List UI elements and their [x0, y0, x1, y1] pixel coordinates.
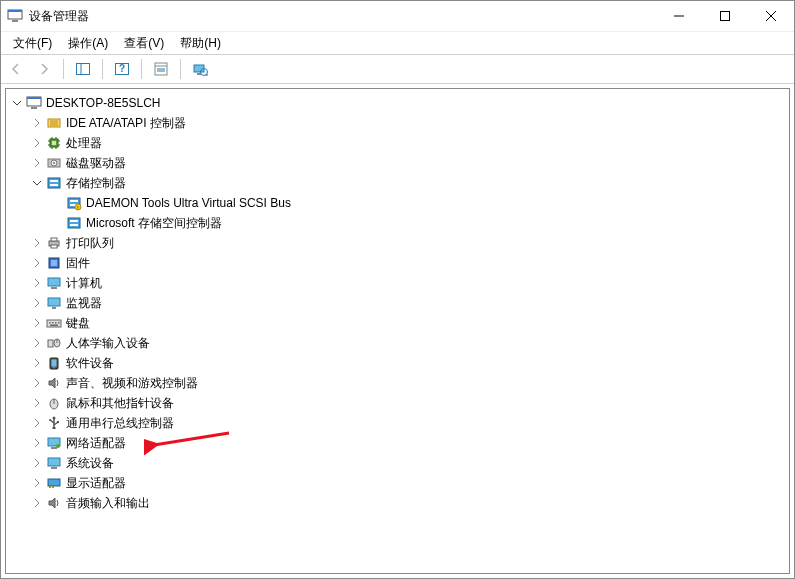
tree-item-ms-storage-spaces[interactable]: Microsoft 存储空间控制器: [50, 213, 789, 233]
toolbar-separator: [63, 59, 64, 79]
maximize-button[interactable]: [702, 1, 748, 31]
node-label: 监视器: [66, 295, 102, 312]
tree-item-daemon-tools[interactable]: ! DAEMON Tools Ultra Virtual SCSI Bus: [50, 193, 789, 213]
menu-view[interactable]: 查看(V): [116, 33, 172, 54]
close-button[interactable]: [748, 1, 794, 31]
svg-rect-1: [8, 10, 22, 12]
cpu-icon: [46, 135, 62, 151]
software-device-icon: [46, 355, 62, 371]
expand-icon[interactable]: [30, 396, 44, 410]
tree-item-disk[interactable]: 磁盘驱动器: [30, 153, 789, 173]
storage-device-icon: !: [66, 195, 82, 211]
svg-rect-79: [51, 447, 57, 449]
expand-icon[interactable]: [30, 156, 44, 170]
expand-icon[interactable]: [30, 116, 44, 130]
tree-item-keyboard[interactable]: 键盘: [30, 313, 789, 333]
tree-item-software-devices[interactable]: 软件设备: [30, 353, 789, 373]
svg-rect-83: [48, 479, 60, 486]
expand-icon[interactable]: [30, 356, 44, 370]
computer-icon: [26, 95, 42, 111]
svg-rect-62: [55, 322, 57, 324]
ide-icon: [46, 115, 62, 131]
expand-icon[interactable]: [30, 316, 44, 330]
tree-item-print-queue[interactable]: 打印队列: [30, 233, 789, 253]
menu-file[interactable]: 文件(F): [5, 33, 60, 54]
svg-rect-65: [48, 340, 53, 347]
disk-icon: [46, 155, 62, 171]
tree-item-ide[interactable]: IDE ATA/ATAPI 控制器: [30, 113, 789, 133]
expand-icon[interactable]: [30, 476, 44, 490]
svg-rect-2: [12, 20, 18, 22]
app-icon: [7, 8, 23, 24]
expand-icon[interactable]: [30, 136, 44, 150]
tree-item-storage[interactable]: 存储控制器: [30, 173, 789, 193]
svg-point-38: [53, 162, 55, 164]
hid-icon: [46, 335, 62, 351]
tree-item-mouse[interactable]: 鼠标和其他指针设备: [30, 393, 789, 413]
menu-action[interactable]: 操作(A): [60, 33, 116, 54]
node-label: 网络适配器: [66, 435, 126, 452]
toolbar-separator: [180, 59, 181, 79]
expand-icon[interactable]: [30, 176, 44, 190]
svg-rect-20: [27, 97, 41, 99]
storage-device-icon: [66, 215, 82, 231]
svg-rect-81: [48, 458, 60, 466]
tree-item-network[interactable]: 网络适配器: [30, 433, 789, 453]
tree-item-computer[interactable]: 计算机: [30, 273, 789, 293]
svg-point-75: [49, 419, 51, 421]
expand-icon[interactable]: [30, 416, 44, 430]
node-label: 通用串行总线控制器: [66, 415, 174, 432]
menubar: 文件(F) 操作(A) 查看(V) 帮助(H): [1, 32, 794, 54]
expand-icon[interactable]: [30, 456, 44, 470]
tree-item-firmware[interactable]: 固件: [30, 253, 789, 273]
expand-icon[interactable]: [10, 96, 24, 110]
svg-rect-47: [68, 218, 80, 228]
svg-rect-76: [57, 421, 59, 423]
expand-icon[interactable]: [30, 496, 44, 510]
display-adapter-icon: [46, 475, 62, 491]
svg-line-18: [206, 74, 208, 76]
help-button[interactable]: ?: [109, 56, 135, 82]
network-icon: [46, 435, 62, 451]
node-label: 显示适配器: [66, 475, 126, 492]
menu-help[interactable]: 帮助(H): [172, 33, 229, 54]
svg-point-80: [56, 444, 60, 448]
svg-rect-57: [48, 298, 60, 306]
tree-item-audio-io[interactable]: 音频输入和输出: [30, 493, 789, 513]
expand-icon[interactable]: [30, 436, 44, 450]
audio-io-icon: [46, 495, 62, 511]
keyboard-icon: [46, 315, 62, 331]
tree-item-system[interactable]: 系统设备: [30, 453, 789, 473]
svg-point-74: [53, 417, 56, 420]
tree-item-usb[interactable]: 通用串行总线控制器: [30, 413, 789, 433]
svg-rect-61: [52, 322, 54, 324]
scan-hardware-button[interactable]: [187, 56, 213, 82]
tree-item-cpu[interactable]: 处理器: [30, 133, 789, 153]
forward-button[interactable]: [31, 56, 57, 82]
firmware-icon: [46, 255, 62, 271]
back-button[interactable]: [3, 56, 29, 82]
tree-item-hid[interactable]: 人体学输入设备: [30, 333, 789, 353]
minimize-button[interactable]: [656, 1, 702, 31]
tree-item-sound[interactable]: 声音、视频和游戏控制器: [30, 373, 789, 393]
tree-item-display[interactable]: 显示适配器: [30, 473, 789, 493]
svg-point-70: [53, 367, 54, 368]
svg-rect-69: [52, 360, 57, 367]
node-label: 人体学输入设备: [66, 335, 150, 352]
expand-icon[interactable]: [30, 376, 44, 390]
tree-item-monitor[interactable]: 监视器: [30, 293, 789, 313]
svg-rect-41: [50, 184, 58, 186]
expand-icon[interactable]: [30, 296, 44, 310]
expand-icon[interactable]: [30, 256, 44, 270]
node-label: 音频输入和输出: [66, 495, 150, 512]
expand-icon[interactable]: [30, 236, 44, 250]
printer-icon: [46, 235, 62, 251]
properties-button[interactable]: [148, 56, 174, 82]
svg-text:?: ?: [119, 63, 125, 74]
tree-root[interactable]: DESKTOP-8E5SLCH: [10, 93, 789, 113]
show-hide-tree-button[interactable]: [70, 56, 96, 82]
expand-icon[interactable]: [30, 276, 44, 290]
device-tree[interactable]: DESKTOP-8E5SLCH IDE ATA/ATAPI 控制器 处理器: [5, 88, 790, 574]
expand-icon[interactable]: [30, 336, 44, 350]
computer-icon: [46, 275, 62, 291]
